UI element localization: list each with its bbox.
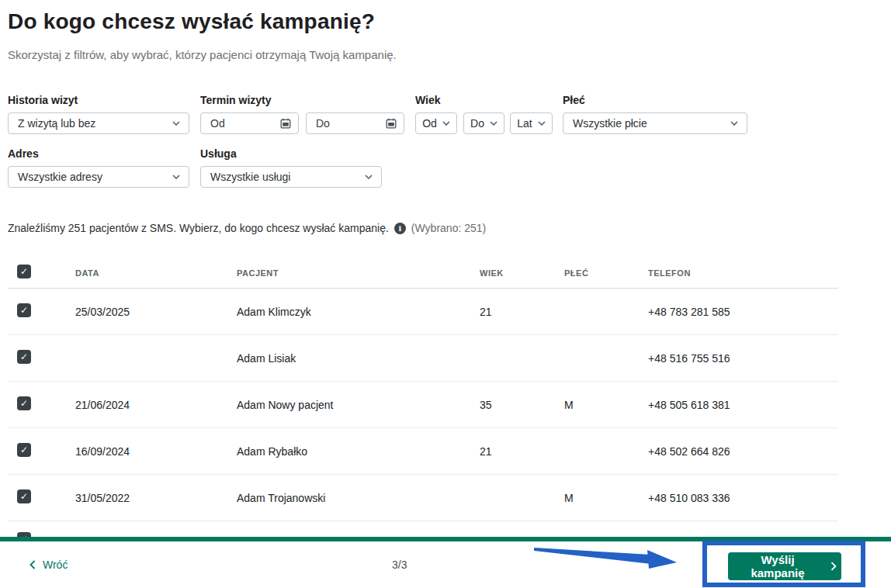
label-plec: Płeć xyxy=(563,94,585,106)
cell-plec: M xyxy=(564,492,648,504)
visit-date-to-field[interactable] xyxy=(316,117,378,130)
chevron-down-icon xyxy=(442,121,450,126)
row-checkbox[interactable] xyxy=(17,489,31,503)
table-row: 21/06/2024 Adam Nowy pacjent 35 M +48 50… xyxy=(8,382,838,428)
label-wiek: Wiek xyxy=(415,94,441,106)
cell-wiek: 21 xyxy=(480,306,564,318)
send-campaign-button[interactable]: Wyślij kampanię xyxy=(728,552,841,580)
page-subtitle: Skorzystaj z filtrów, aby wybrać, którzy… xyxy=(8,48,397,61)
patients-table: DATA PACJENT WIEK PŁEĆ TELEFON 25/03/202… xyxy=(8,258,838,521)
age-unit-value: Lat xyxy=(517,117,532,130)
visit-history-select[interactable]: Z wizytą lub bez xyxy=(8,112,189,134)
visit-date-from-field[interactable] xyxy=(210,117,272,130)
gender-select[interactable]: Wszystkie płcie xyxy=(563,112,747,134)
age-to-value: Do xyxy=(470,117,484,130)
select-all-checkbox[interactable] xyxy=(17,265,31,278)
column-header-plec: PŁEĆ xyxy=(564,268,648,278)
column-header-data: DATA xyxy=(75,268,237,278)
chevron-down-icon xyxy=(172,175,180,179)
row-checkbox[interactable] xyxy=(17,396,31,410)
age-to-select[interactable]: Do xyxy=(463,112,504,134)
cell-telefon: +48 502 664 826 xyxy=(648,445,838,458)
row-checkbox[interactable] xyxy=(17,303,31,317)
cell-telefon: +48 510 083 336 xyxy=(648,492,838,504)
results-summary: Znaleźliśmy 251 pacjentów z SMS. Wybierz… xyxy=(8,222,486,234)
cell-telefon: +48 516 755 516 xyxy=(648,352,838,365)
cell-data: 16/09/2024 xyxy=(75,445,237,458)
chevron-down-icon xyxy=(172,121,180,126)
cell-data: 25/03/2025 xyxy=(75,306,237,318)
cell-pacjent: Adam Trojanowski xyxy=(237,492,480,504)
cell-wiek: 35 xyxy=(480,399,564,411)
table-row: 25/03/2025 Adam Klimczyk 21 +48 783 281 … xyxy=(8,289,838,335)
table-body: 25/03/2025 Adam Klimczyk 21 +48 783 281 … xyxy=(8,289,838,521)
chevron-right-icon xyxy=(830,562,837,571)
campaign-recipients-screen: Do kogo chcesz wysłać kampanię? Skorzyst… xyxy=(0,0,891,588)
calendar-icon xyxy=(280,118,291,129)
back-label: Wróć xyxy=(43,559,68,571)
cell-pacjent: Adam Rybałko xyxy=(237,445,480,458)
visit-date-to-input[interactable] xyxy=(306,112,404,134)
visit-date-from-input[interactable] xyxy=(200,112,299,134)
age-unit-select[interactable]: Lat xyxy=(510,112,553,134)
calendar-icon xyxy=(386,118,397,129)
age-from-select[interactable]: Od xyxy=(415,112,457,134)
address-value: Wszystkie adresy xyxy=(18,171,102,183)
age-from-value: Od xyxy=(422,117,437,130)
cell-data: 31/05/2022 xyxy=(75,492,237,504)
row-checkbox[interactable] xyxy=(17,350,31,364)
cell-telefon: +48 783 281 585 xyxy=(648,306,838,318)
column-header-pacjent: PACJENT xyxy=(237,268,480,278)
cell-pacjent: Adam Nowy pacjent xyxy=(237,399,480,411)
label-usluga: Usługa xyxy=(200,147,237,160)
row-checkbox[interactable] xyxy=(17,443,31,457)
cell-data: 21/06/2024 xyxy=(75,399,237,411)
gender-value: Wszystkie płcie xyxy=(573,117,647,130)
label-historia-wizyt: Historia wizyt xyxy=(8,94,78,106)
column-header-wiek: WIEK xyxy=(480,268,564,278)
service-select[interactable]: Wszystkie usługi xyxy=(200,166,382,188)
table-row: 31/05/2022 Adam Trojanowski M +48 510 08… xyxy=(8,475,838,521)
results-summary-text: Znaleźliśmy 251 pacjentów z SMS. Wybierz… xyxy=(8,222,389,234)
chevron-down-icon xyxy=(730,121,738,126)
footer-bar: Wróć 3/3 Wyślij kampanię xyxy=(0,541,891,588)
chevron-left-icon xyxy=(29,560,36,569)
cell-pacjent: Adam Lisiak xyxy=(237,352,480,365)
table-row: Adam Lisiak +48 516 755 516 xyxy=(8,335,838,382)
cell-telefon: +48 505 618 381 xyxy=(648,399,838,411)
column-header-telefon: TELEFON xyxy=(648,268,838,278)
cell-plec: M xyxy=(564,399,648,411)
back-button[interactable]: Wróć xyxy=(29,541,68,588)
label-adres: Adres xyxy=(8,147,39,160)
address-select[interactable]: Wszystkie adresy xyxy=(8,166,189,188)
visit-history-value: Z wizytą lub bez xyxy=(18,117,95,130)
page-title: Do kogo chcesz wysłać kampanię? xyxy=(8,9,375,34)
label-termin-wizyty: Termin wizyty xyxy=(200,94,272,106)
step-indicator: 3/3 xyxy=(392,541,407,588)
service-value: Wszystkie usługi xyxy=(210,171,290,183)
send-campaign-label: Wyślij kampanię xyxy=(733,553,823,579)
chevron-down-icon xyxy=(490,121,498,126)
selected-count: (Wybrano: 251) xyxy=(411,222,486,234)
chevron-down-icon xyxy=(538,121,546,126)
cell-pacjent: Adam Klimczyk xyxy=(237,306,480,318)
table-row: 16/09/2024 Adam Rybałko 21 +48 502 664 8… xyxy=(8,428,838,475)
table-header: DATA PACJENT WIEK PŁEĆ TELEFON xyxy=(8,258,838,289)
chevron-down-icon xyxy=(365,175,373,179)
info-icon[interactable] xyxy=(394,223,406,234)
cell-wiek: 21 xyxy=(480,445,564,458)
